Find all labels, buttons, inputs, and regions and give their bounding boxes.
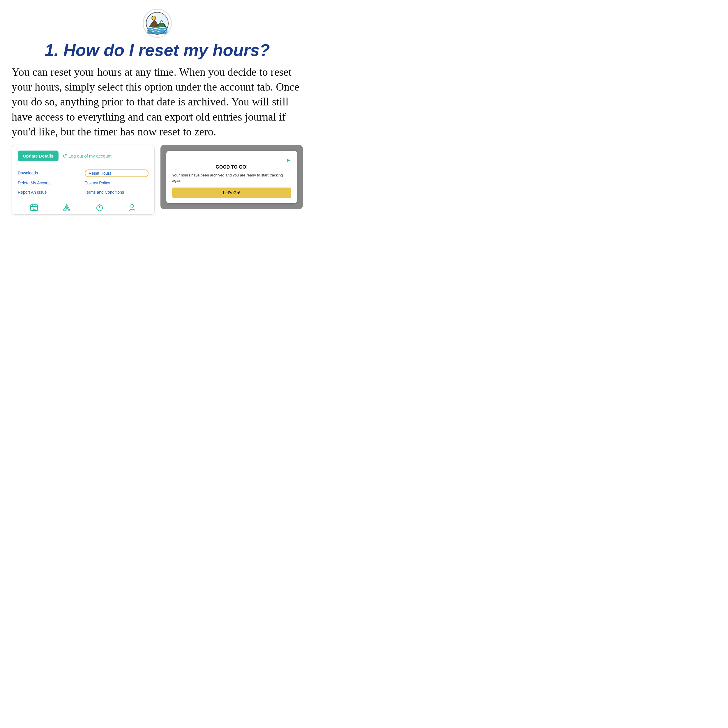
body-text: You can reset your hours at any time. Wh… [12, 65, 303, 139]
svg-text:14: 14 [33, 208, 35, 211]
screenshots-row: Update Details ↺ Log out of my account D… [12, 145, 303, 215]
modal-card-wrapper: ► GOOD TO GO! Your hours have been archi… [166, 151, 297, 203]
delete-account-link[interactable]: Delete My Account [18, 179, 82, 187]
terms-link[interactable]: Terms and Conditions [85, 189, 149, 196]
nav-person-icon[interactable] [128, 203, 136, 211]
modal-body: Your hours have been archived and you ar… [172, 173, 291, 183]
account-top-row: Update Details ↺ Log out of my account [18, 151, 148, 164]
lets-go-button[interactable]: Let's Go! [172, 188, 291, 198]
nav-timer-icon[interactable] [95, 203, 104, 211]
modal-screenshot: ► GOOD TO GO! Your hours have been archi… [161, 145, 303, 209]
page-title: 1. How do I reset my hours? [44, 41, 270, 60]
app-logo [143, 9, 172, 38]
account-menu-screenshot: Update Details ↺ Log out of my account D… [12, 145, 154, 215]
modal-title-arrow: ► [172, 157, 291, 164]
svg-point-1 [152, 16, 156, 20]
svg-point-18 [131, 205, 134, 207]
logout-link[interactable]: ↺ Log out of my account [63, 153, 112, 159]
update-details-button[interactable]: Update Details [18, 151, 58, 161]
bottom-nav: 14 [18, 200, 148, 211]
modal-title: GOOD TO GO! [172, 165, 291, 170]
privacy-policy-link[interactable]: Privacy Policy [85, 179, 149, 187]
logout-icon: ↺ [63, 153, 67, 159]
nav-calendar-icon[interactable]: 14 [30, 203, 38, 211]
report-issue-link[interactable]: Report An Issue [18, 189, 82, 196]
account-menu-grid: Downloads Reset Hours Delete My Account … [18, 170, 148, 196]
logo-container [143, 9, 172, 38]
modal-card: ► GOOD TO GO! Your hours have been archi… [166, 151, 297, 203]
logout-label: Log out of my account [69, 153, 112, 158]
downloads-link[interactable]: Downloads [18, 170, 82, 177]
nav-recycle-icon[interactable] [63, 203, 71, 211]
reset-hours-link[interactable]: Reset Hours [85, 170, 149, 177]
